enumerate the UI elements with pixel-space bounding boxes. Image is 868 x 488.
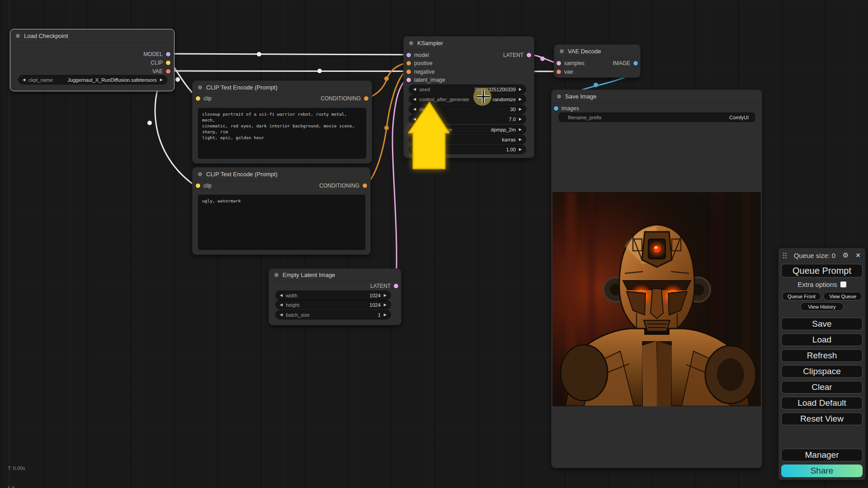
share-button[interactable]: Share bbox=[781, 465, 863, 477]
increment-arrow-icon[interactable]: ▶ bbox=[519, 128, 522, 131]
clipspace-button[interactable]: Clipspace bbox=[781, 365, 863, 378]
width-widget[interactable]: ◀ width 1024 ▶ bbox=[275, 291, 391, 300]
extra-options-checkbox[interactable] bbox=[840, 282, 846, 287]
collapse-dot-icon[interactable] bbox=[274, 273, 278, 277]
model-port-dot[interactable] bbox=[166, 52, 170, 56]
manager-button[interactable]: Manager bbox=[781, 449, 863, 461]
output-latent[interactable]: LATENT bbox=[370, 283, 398, 289]
input-vae[interactable]: vae bbox=[557, 69, 573, 75]
decrement-arrow-icon[interactable]: ◀ bbox=[413, 128, 416, 131]
increment-arrow-icon[interactable]: ▶ bbox=[160, 78, 163, 82]
node-header[interactable]: VAE Decode bbox=[554, 45, 640, 58]
save-button[interactable]: Save bbox=[781, 318, 863, 330]
reset-view-button[interactable]: Reset View bbox=[781, 413, 863, 425]
view-queue-button[interactable]: View Queue bbox=[823, 292, 862, 300]
increment-arrow-icon[interactable]: ▶ bbox=[519, 98, 522, 101]
node-load-checkpoint[interactable]: Load Checkpoint MODEL CLIP VAE ◀ ckpt_na… bbox=[10, 29, 175, 91]
ckpt-name-widget[interactable]: ◀ ckpt_name Juggernaut_X_RunDiffusion.sa… bbox=[18, 75, 167, 84]
settings-gear-icon[interactable]: ⚙ bbox=[843, 251, 849, 259]
height-widget[interactable]: ◀ height 1024 ▶ bbox=[275, 300, 391, 310]
input-clip[interactable]: clip bbox=[196, 95, 212, 102]
increment-arrow-icon[interactable]: ▶ bbox=[519, 117, 522, 121]
clear-button[interactable]: Clear bbox=[781, 381, 863, 394]
latent-port-dot[interactable] bbox=[394, 284, 398, 288]
increment-arrow-icon[interactable]: ▶ bbox=[519, 108, 522, 111]
input-samples[interactable]: samples bbox=[557, 60, 585, 66]
decrement-arrow-icon[interactable]: ◀ bbox=[413, 108, 416, 111]
decrement-arrow-icon[interactable]: ◀ bbox=[23, 78, 25, 82]
latent-port-dot[interactable] bbox=[406, 78, 411, 82]
increment-arrow-icon[interactable]: ▶ bbox=[384, 313, 387, 317]
image-port-dot[interactable] bbox=[554, 106, 558, 111]
node-header[interactable]: Empty Latent Image bbox=[269, 269, 401, 281]
decrement-arrow-icon[interactable]: ◀ bbox=[280, 294, 283, 297]
image-port-dot[interactable] bbox=[633, 61, 638, 66]
decrement-arrow-icon[interactable]: ◀ bbox=[413, 88, 416, 91]
collapse-dot-icon[interactable] bbox=[198, 172, 202, 176]
increment-arrow-icon[interactable]: ▶ bbox=[519, 138, 522, 141]
conditioning-port-dot[interactable] bbox=[406, 61, 411, 66]
input-clip[interactable]: clip bbox=[196, 183, 212, 189]
drag-handle-icon[interactable] bbox=[783, 253, 787, 258]
increment-arrow-icon[interactable]: ▶ bbox=[384, 303, 387, 307]
conditioning-port-dot[interactable] bbox=[406, 70, 411, 74]
node-clip-text-encode-negative[interactable]: CLIP Text Encode (Prompt) clip CONDITION… bbox=[192, 167, 371, 255]
input-positive[interactable]: positive bbox=[406, 60, 433, 66]
output-model[interactable]: MODEL bbox=[143, 51, 170, 57]
collapse-dot-icon[interactable] bbox=[557, 94, 561, 99]
decrement-arrow-icon[interactable]: ◀ bbox=[280, 303, 283, 307]
output-image[interactable]: IMAGE bbox=[613, 60, 638, 66]
queue-prompt-button[interactable]: Queue Prompt bbox=[781, 264, 863, 277]
cfg-widget[interactable]: ◀ cfg 7.0 ▶ bbox=[409, 114, 526, 124]
output-conditioning[interactable]: CONDITIONING bbox=[319, 183, 367, 189]
refresh-button[interactable]: Refresh bbox=[781, 349, 863, 362]
increment-arrow-icon[interactable]: ▶ bbox=[384, 294, 387, 297]
node-header[interactable]: Save Image bbox=[552, 90, 762, 103]
clip-port-dot[interactable] bbox=[196, 183, 200, 188]
input-images[interactable]: images bbox=[554, 105, 579, 112]
node-header[interactable]: CLIP Text Encode (Prompt) bbox=[193, 81, 372, 94]
node-save-image[interactable]: Save Image images filename_prefix ComfyU… bbox=[551, 89, 762, 468]
collapse-dot-icon[interactable] bbox=[198, 85, 202, 89]
decrement-arrow-icon[interactable]: ◀ bbox=[413, 117, 416, 121]
conditioning-port-dot[interactable] bbox=[363, 183, 367, 188]
node-ksampler[interactable]: KSampler model positive negative latent_… bbox=[403, 36, 534, 158]
vae-port-dot[interactable] bbox=[166, 69, 170, 74]
load-button[interactable]: Load bbox=[781, 333, 863, 346]
scheduler-widget[interactable]: ◀ scheduler karras ▶ bbox=[409, 135, 526, 144]
decrement-arrow-icon[interactable]: ◀ bbox=[280, 313, 283, 317]
sampler-name-widget[interactable]: ◀ sampler_name dpmpp_2m ▶ bbox=[409, 125, 526, 134]
latent-port-dot[interactable] bbox=[557, 61, 561, 66]
denoise-widget[interactable]: ◀ denoise 1.00 ▶ bbox=[409, 145, 526, 154]
increment-arrow-icon[interactable]: ▶ bbox=[519, 88, 522, 91]
filename-prefix-widget[interactable]: filename_prefix ComfyUI bbox=[559, 113, 755, 122]
latent-port-dot[interactable] bbox=[527, 53, 531, 57]
collapse-dot-icon[interactable] bbox=[409, 41, 413, 45]
node-empty-latent-image[interactable]: Empty Latent Image LATENT ◀ width 1024 ▶… bbox=[269, 268, 401, 325]
vae-port-dot[interactable] bbox=[557, 70, 561, 74]
node-vae-decode[interactable]: VAE Decode samples vae IMAGE bbox=[554, 44, 641, 78]
positive-prompt-textarea[interactable]: closeup portrait of a sci-fi warrior rob… bbox=[198, 108, 366, 159]
output-vae[interactable]: VAE bbox=[152, 68, 170, 75]
load-default-button[interactable]: Load Default bbox=[781, 397, 863, 409]
input-latent-image[interactable]: latent_image bbox=[406, 77, 445, 83]
clip-port-dot[interactable] bbox=[166, 61, 170, 65]
negative-prompt-textarea[interactable]: ugly, watermark bbox=[198, 195, 365, 250]
increment-arrow-icon[interactable]: ▶ bbox=[519, 148, 522, 151]
control-after-generate-widget[interactable]: ◀ control_after_generate randomize ▶ bbox=[409, 94, 526, 104]
steps-widget[interactable]: ◀ steps 30 ▶ bbox=[409, 104, 526, 114]
batch-size-widget[interactable]: ◀ batch_size 1 ▶ bbox=[275, 310, 391, 319]
decrement-arrow-icon[interactable]: ◀ bbox=[413, 148, 416, 151]
output-clip[interactable]: CLIP bbox=[151, 60, 170, 66]
node-header[interactable]: CLIP Text Encode (Prompt) bbox=[193, 168, 370, 181]
queue-front-button[interactable]: Queue Front bbox=[782, 292, 821, 300]
output-latent[interactable]: LATENT bbox=[503, 52, 531, 58]
node-clip-text-encode-positive[interactable]: CLIP Text Encode (Prompt) clip CONDITION… bbox=[192, 80, 372, 164]
collapse-dot-icon[interactable] bbox=[16, 34, 20, 38]
seed-widget[interactable]: ◀ seed 364403251200339 ▶ bbox=[409, 84, 526, 94]
collapse-dot-icon[interactable] bbox=[560, 49, 564, 53]
clip-port-dot[interactable] bbox=[196, 96, 200, 101]
view-history-button[interactable]: View History bbox=[800, 302, 844, 311]
model-port-dot[interactable] bbox=[406, 53, 411, 57]
comfyui-canvas[interactable]: Load Checkpoint MODEL CLIP VAE ◀ ckpt_na… bbox=[0, 0, 868, 488]
